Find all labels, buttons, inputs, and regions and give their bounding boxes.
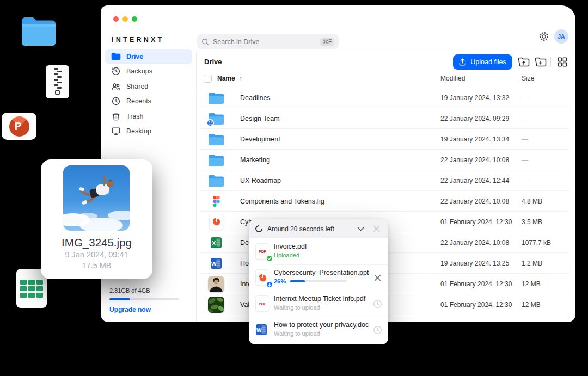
file-name: Components and Tokens.fig <box>240 198 324 205</box>
backups-icon <box>111 66 121 76</box>
upload-item-name: How to protect your privacy.doc <box>274 321 370 329</box>
sidebar-item-drive[interactable]: Drive <box>105 49 192 64</box>
table-row[interactable]: Marketing22 January 2024. 10:08— <box>200 150 569 170</box>
desktop-icon <box>111 126 121 136</box>
search-input[interactable] <box>213 38 316 46</box>
waiting-clock-icon <box>372 299 382 309</box>
zip-file-icon[interactable] <box>46 65 69 98</box>
file-modified: 01 February 2024. 12:30 <box>440 301 512 309</box>
image-filename: IMG_3245.jpg <box>41 236 152 249</box>
search-bar[interactable]: ⌘F <box>197 34 339 49</box>
file-name: Marketing <box>240 156 270 164</box>
powerpoint-file-icon[interactable]: P <box>2 113 36 140</box>
upload-button-label: Upload files <box>470 58 506 66</box>
new-folder-icon[interactable] <box>535 57 547 67</box>
upload-item: WHow to protect your privacy.docWaiting … <box>249 317 388 343</box>
sidebar-item-recents[interactable]: Recents <box>105 94 192 109</box>
file-size: 3.5 MB <box>522 218 542 226</box>
upload-popup-header: Around 20 seconds left <box>249 219 388 238</box>
desktop-folder-icon[interactable] <box>21 15 57 49</box>
avatar[interactable]: JA <box>554 29 568 44</box>
word-file-icon: W <box>255 324 267 336</box>
file-modified: 22 January 2024. 10:08 <box>440 156 509 164</box>
file-size: — <box>522 156 528 164</box>
upload-item-status: 26% <box>274 278 286 285</box>
table-row[interactable]: Deadlines19 January 2024. 13:32— <box>200 88 569 108</box>
file-name: Design Team <box>240 115 280 122</box>
settings-gear-icon[interactable] <box>538 31 549 42</box>
folder-icon <box>208 153 224 167</box>
sidebar-item-shared[interactable]: Shared <box>105 79 192 94</box>
storage-progress-track <box>109 298 179 300</box>
sheet-grid <box>20 280 43 298</box>
file-modified: 22 January 2024. 10:08 <box>440 239 509 246</box>
portrait-photo-thumbnail <box>208 276 224 292</box>
column-header-name[interactable]: Name ↑ <box>217 75 242 82</box>
sidebar-item-desktop[interactable]: Desktop <box>105 124 192 139</box>
table-row[interactable]: Components and Tokens.fig22 January 2024… <box>200 191 569 212</box>
window-controls <box>113 16 137 22</box>
photo-thumbnail <box>63 165 130 231</box>
sidebar-item-label: Recents <box>126 97 151 105</box>
minimize-window-button[interactable] <box>122 16 128 22</box>
shared-icon <box>111 82 121 91</box>
sidebar-item-backups[interactable]: Backups <box>105 64 192 79</box>
upload-icon <box>459 58 466 66</box>
upload-item-name: Invoice.pdf <box>274 243 370 250</box>
upload-item-list: PDFInvoice.pdfUploadedCybersecurity_Pres… <box>249 238 388 343</box>
storage-usage-label: 2.81GB of 4GB <box>109 287 187 294</box>
file-modified: 22 January 2024. 12:44 <box>440 177 509 184</box>
upload-progress-track <box>290 280 347 282</box>
zipper-teeth <box>56 68 60 90</box>
file-size: — <box>522 177 528 184</box>
collapse-popup-button[interactable] <box>355 224 366 235</box>
file-modified: 01 February 2024. 12:30 <box>440 218 512 226</box>
sidebar-item-label: Desktop <box>126 127 151 135</box>
grid-view-icon[interactable] <box>556 57 568 67</box>
close-popup-button[interactable] <box>371 224 382 235</box>
file-name: UX Roadmap <box>240 177 281 184</box>
file-size: 12 MB <box>522 280 541 288</box>
upgrade-link[interactable]: Upgrade now <box>109 306 187 313</box>
folder-icon <box>208 133 224 146</box>
image-size: 17.5 MB <box>41 261 152 270</box>
uploading-badge <box>266 281 273 288</box>
cancel-upload-button[interactable] <box>372 273 382 282</box>
file-size: — <box>522 94 528 102</box>
sidebar-item-label: Drive <box>126 53 143 60</box>
svg-text:W: W <box>256 328 262 334</box>
waiting-clock-icon <box>372 325 382 335</box>
zoom-window-button[interactable] <box>132 16 137 22</box>
file-size: 1.2 MB <box>522 260 542 267</box>
upload-item: PDFInternxt Meetup Ticket Info.pdfWaitin… <box>249 291 388 317</box>
upload-item: Cybersecurity_Presentation.ppt26% <box>249 264 388 291</box>
table-row[interactable]: Design Team22 January 2024. 09:29— <box>200 108 569 129</box>
upload-item-status: Uploaded <box>274 252 299 258</box>
column-header-size[interactable]: Size <box>522 75 534 82</box>
upload-item: PDFInvoice.pdfUploaded <box>249 238 388 264</box>
powerpoint-logo: P <box>9 116 29 137</box>
image-preview-card[interactable]: IMG_3245.jpg 9 Jan 2024, 09:41 17.5 MB <box>41 159 152 279</box>
file-modified: 22 January 2024. 10:08 <box>440 198 509 205</box>
upload-item-status: Waiting to upload <box>274 304 320 311</box>
select-all-checkbox[interactable] <box>204 75 212 83</box>
table-row[interactable]: UX Roadmap22 January 2024. 12:44— <box>200 170 569 191</box>
recents-icon <box>111 96 121 106</box>
upload-progress-fill <box>290 280 305 282</box>
upload-folder-icon[interactable] <box>518 57 530 67</box>
sidebar: DriveBackupsSharedRecentsTrashDesktop <box>105 49 192 139</box>
sidebar-item-trash[interactable]: Trash <box>105 109 192 124</box>
upload-item-name: Cybersecurity_Presentation.ppt <box>274 269 370 276</box>
uploaded-check-badge <box>266 255 273 262</box>
shared-folder-icon <box>208 112 224 125</box>
desktop: P <box>0 0 588 376</box>
upload-files-button[interactable]: Upload files <box>453 54 512 70</box>
sidebar-divider <box>196 52 197 322</box>
file-name: Development <box>240 135 280 143</box>
file-size: 12 MB <box>522 301 541 309</box>
table-row[interactable]: Development19 January 2024. 13:34— <box>200 129 569 150</box>
file-modified: 19 January 2024. 13:25 <box>440 260 509 267</box>
column-header-modified[interactable]: Modified <box>440 75 465 82</box>
close-window-button[interactable] <box>113 16 119 22</box>
svg-text:X: X <box>212 239 216 246</box>
